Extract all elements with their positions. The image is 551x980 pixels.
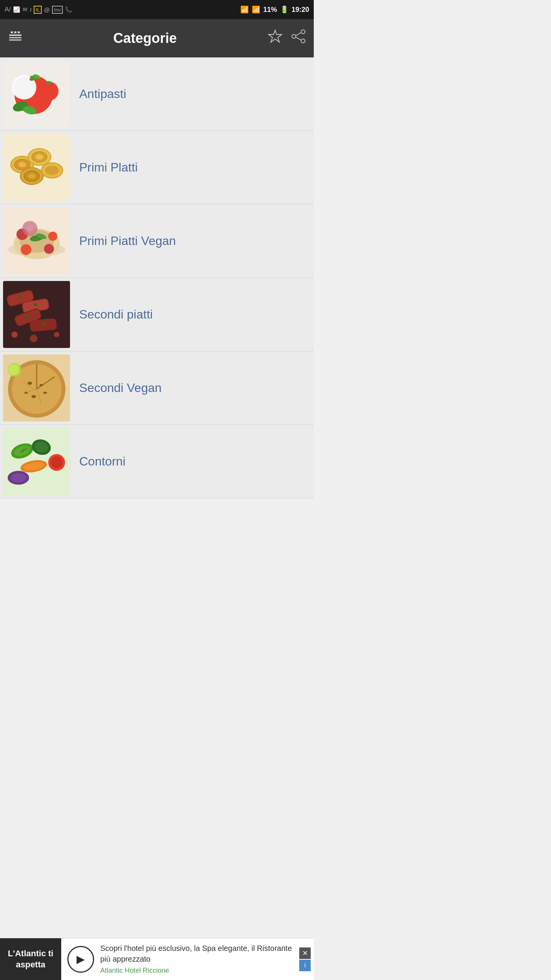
category-item-primi-piatti[interactable]: Primi Platti — [0, 131, 314, 204]
svg-point-40 — [21, 244, 31, 255]
svg-point-74 — [24, 392, 28, 394]
svg-point-39 — [48, 232, 57, 241]
svg-point-41 — [44, 244, 54, 254]
svg-point-71 — [39, 384, 43, 386]
svg-rect-4 — [14, 31, 16, 33]
svg-point-58 — [42, 322, 45, 325]
svg-point-28 — [36, 154, 43, 160]
category-label-antipasti: Antipasti — [73, 57, 314, 131]
svg-point-57 — [26, 315, 29, 318]
category-label-secondi-vegan: Secondi Vegan — [73, 351, 314, 425]
svg-point-61 — [54, 332, 59, 337]
svg-rect-1 — [9, 37, 21, 38]
svg-point-72 — [31, 395, 36, 398]
status-icon-email: ✉ — [23, 6, 28, 13]
category-item-antipasti[interactable]: Antipasti — [0, 57, 314, 131]
category-item-secondi-vegan[interactable]: Secondi Vegan — [0, 351, 314, 425]
battery-icon: 🔋 — [280, 5, 289, 14]
battery-percent: 11% — [263, 6, 277, 14]
status-icon-a: A/ — [5, 6, 11, 13]
svg-point-8 — [301, 39, 305, 43]
category-thumbnail-primi-piatti-vegan — [3, 207, 70, 274]
svg-rect-5 — [18, 31, 20, 33]
svg-point-18 — [39, 82, 59, 101]
home-icon[interactable] — [8, 29, 23, 48]
svg-point-73 — [43, 392, 47, 394]
svg-point-7 — [301, 30, 305, 34]
category-thumbnail-antipasti — [3, 60, 70, 127]
status-icon-phone: 📞 — [65, 6, 72, 13]
category-item-secondi-piatti[interactable]: Secondi piatti — [0, 278, 314, 351]
category-thumbnail-contorni — [3, 428, 70, 495]
wifi-icon: 📶 — [240, 5, 249, 14]
status-bar: A/ 📈 ✉ I IL @ Inv 📞 📶 📶 11% 🔋 19:20 — [0, 0, 314, 19]
svg-point-59 — [11, 332, 18, 338]
clock: 19:20 — [292, 6, 309, 14]
toolbar: Categorie — [0, 19, 314, 57]
svg-point-87 — [11, 473, 26, 482]
svg-point-76 — [8, 364, 19, 375]
svg-point-56 — [34, 303, 37, 306]
svg-point-31 — [28, 173, 36, 179]
svg-point-85 — [51, 456, 63, 469]
category-list: Antipasti Primi Pl — [0, 57, 314, 498]
category-item-contorni[interactable]: Contorni — [0, 425, 314, 498]
category-label-contorni: Contorni — [73, 425, 314, 498]
category-item-primi-piatti-vegan[interactable]: Primi Piatti Vegan — [0, 204, 314, 278]
svg-rect-0 — [9, 34, 21, 36]
status-icon-inv2: Inv — [52, 6, 62, 14]
category-label-secondi-piatti: Secondi piatti — [73, 278, 314, 351]
svg-rect-2 — [9, 39, 21, 41]
svg-point-25 — [18, 162, 26, 167]
status-icon-at: @ — [44, 7, 50, 13]
svg-line-10 — [296, 33, 301, 36]
share-icon[interactable] — [291, 29, 306, 48]
toolbar-right-icons — [267, 29, 306, 48]
status-icon-chart: 📈 — [13, 6, 20, 13]
status-icon-text: I — [30, 7, 31, 13]
status-left-icons: A/ 📈 ✉ I IL @ Inv 📞 — [5, 6, 72, 14]
svg-rect-3 — [11, 31, 13, 33]
svg-point-46 — [27, 225, 33, 232]
svg-marker-6 — [269, 30, 282, 42]
star-icon[interactable] — [267, 29, 283, 48]
category-label-primi-piatti-vegan: Primi Piatti Vegan — [73, 204, 314, 278]
category-label-primi-piatti: Primi Platti — [73, 131, 314, 204]
category-thumbnail-secondi-piatti — [3, 281, 70, 348]
svg-point-70 — [28, 382, 32, 385]
category-thumbnail-primi-piatti — [3, 134, 70, 201]
svg-point-55 — [19, 296, 22, 299]
svg-point-60 — [30, 335, 37, 342]
app-title: Categorie — [113, 30, 177, 46]
status-right-info: 📶 📶 11% 🔋 19:20 — [240, 5, 309, 14]
category-thumbnail-secondi-vegan — [3, 354, 70, 421]
signal-icon: 📶 — [252, 5, 260, 14]
svg-point-9 — [292, 34, 296, 38]
svg-point-33 — [45, 166, 59, 175]
svg-line-11 — [296, 37, 301, 40]
status-icon-inv: IL — [34, 6, 42, 14]
